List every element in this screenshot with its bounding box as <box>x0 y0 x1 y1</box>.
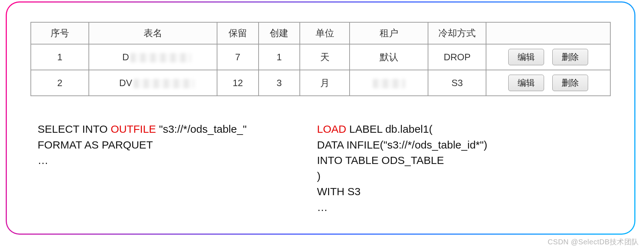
keyword-outfile: OUTFILE <box>111 123 156 135</box>
cell-keep: 7 <box>217 44 259 70</box>
code-block-export: SELECT INTO OUTFILE "s3://*/ods_table_" … <box>38 121 295 215</box>
name-prefix: D <box>122 52 131 63</box>
cell-index: 2 <box>31 70 89 96</box>
redacted-tenant <box>373 79 405 88</box>
code-block-load: LOAD LABEL db.label1( DATA INFILE("s3://… <box>317 121 487 215</box>
watermark: CSDN @SelectDB技术团队 <box>548 237 639 247</box>
delete-button[interactable]: 删除 <box>552 75 588 91</box>
name-prefix: DV <box>119 77 134 89</box>
keyword-load: LOAD <box>317 123 346 135</box>
cell-unit: 月 <box>300 70 350 96</box>
cell-actions: 编辑 删除 <box>486 44 610 70</box>
code-text: ) <box>317 170 321 182</box>
cell-tenant: 默认 <box>350 44 428 70</box>
code-text: DATA INFILE("s3://*/ods_table_id*") <box>317 139 487 151</box>
code-text: WITH S3 <box>317 185 361 197</box>
col-unit: 单位 <box>300 22 350 44</box>
cell-cool: S3 <box>428 70 486 96</box>
col-tenant: 租户 <box>350 22 428 44</box>
code-text: … <box>38 154 48 166</box>
edit-button[interactable]: 编辑 <box>508 75 544 91</box>
cell-index: 1 <box>31 44 89 70</box>
col-actions <box>486 22 610 44</box>
table-header-row: 序号 表名 保留 创建 单位 租户 冷却方式 <box>31 22 610 44</box>
code-text: FORMAT AS PARQUET <box>38 139 153 151</box>
code-text: SELECT INTO <box>38 123 111 135</box>
col-index: 序号 <box>31 22 89 44</box>
cell-cool: DROP <box>428 44 486 70</box>
code-text: "s3://*/ods_table_" <box>156 123 247 135</box>
cell-keep: 12 <box>217 70 259 96</box>
cell-name: D <box>89 44 217 70</box>
cell-create: 1 <box>259 44 300 70</box>
cell-unit: 天 <box>300 44 350 70</box>
code-text: LABEL db.label1( <box>346 123 433 135</box>
col-create: 创建 <box>259 22 300 44</box>
redacted-name <box>130 53 191 62</box>
code-area: SELECT INTO OUTFILE "s3://*/ods_table_" … <box>30 121 611 215</box>
content-panel: 序号 表名 保留 创建 单位 租户 冷却方式 1 D 7 1 <box>7 3 634 234</box>
col-cool: 冷却方式 <box>428 22 486 44</box>
cell-create: 3 <box>259 70 300 96</box>
col-keep: 保留 <box>217 22 259 44</box>
code-text: … <box>317 201 328 213</box>
code-text: INTO TABLE ODS_TABLE <box>317 154 444 166</box>
cell-actions: 编辑 删除 <box>486 70 610 96</box>
edit-button[interactable]: 编辑 <box>508 49 544 65</box>
config-table: 序号 表名 保留 创建 单位 租户 冷却方式 1 D 7 1 <box>30 22 611 96</box>
table-row: 2 DV 12 3 月 S3 编辑 删除 <box>31 70 610 96</box>
gradient-frame: 序号 表名 保留 创建 单位 租户 冷却方式 1 D 7 1 <box>6 1 635 235</box>
table-row: 1 D 7 1 天 默认 DROP 编辑 删除 <box>31 44 610 70</box>
cell-tenant <box>350 70 428 96</box>
cell-name: DV <box>89 70 217 96</box>
delete-button[interactable]: 删除 <box>552 49 588 65</box>
redacted-name <box>134 79 194 88</box>
col-name: 表名 <box>89 22 217 44</box>
